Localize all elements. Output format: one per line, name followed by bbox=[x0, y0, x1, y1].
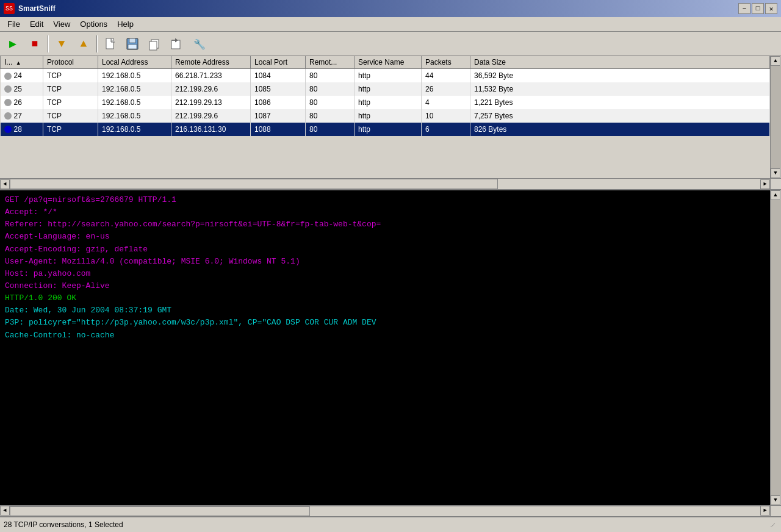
status-text: 28 TCP/IP conversations, 1 Selected bbox=[4, 520, 123, 529]
menu-file[interactable]: File bbox=[2, 18, 25, 30]
hscroll-left-btn[interactable]: ◄ bbox=[0, 179, 10, 189]
cell-remote-port: 80 bbox=[306, 82, 355, 96]
col-index[interactable]: I... ▲ bbox=[1, 56, 43, 69]
properties-button[interactable]: 🔧 bbox=[188, 34, 209, 54]
save-button[interactable] bbox=[122, 34, 143, 54]
restore-button[interactable]: □ bbox=[752, 3, 764, 14]
cell-local-port: 1087 bbox=[251, 109, 306, 123]
cell-remote-port: 80 bbox=[306, 69, 355, 82]
text-line: Accept-Language: en-us bbox=[5, 231, 765, 243]
copy-button[interactable] bbox=[144, 34, 165, 54]
svg-rect-3 bbox=[128, 45, 137, 49]
text-line: User-Agent: Mozilla/4.0 (compatible; MSI… bbox=[5, 256, 765, 268]
cell-packets: 6 bbox=[422, 123, 470, 136]
cell-index: 28 bbox=[1, 123, 43, 136]
close-button[interactable]: ✕ bbox=[765, 3, 777, 14]
title-controls: − □ ✕ bbox=[738, 3, 777, 14]
col-service[interactable]: Service Name bbox=[355, 56, 422, 69]
connections-table: I... ▲ Protocol Local Address Remote Add… bbox=[0, 56, 770, 136]
vscroll-up-btn[interactable]: ▲ bbox=[771, 56, 780, 66]
menu-help[interactable]: Help bbox=[112, 18, 139, 30]
cell-local-port: 1085 bbox=[251, 82, 306, 96]
cell-protocol: TCP bbox=[43, 123, 98, 136]
minimize-button[interactable]: − bbox=[738, 3, 750, 14]
text-line: Host: pa.yahoo.com bbox=[5, 268, 765, 280]
vscroll-track bbox=[771, 66, 781, 168]
col-local-addr[interactable]: Local Address bbox=[98, 56, 171, 69]
col-local-port[interactable]: Local Port bbox=[251, 56, 306, 69]
cell-service: http bbox=[355, 69, 422, 82]
text-hscroll-track bbox=[10, 506, 760, 516]
cell-service: http bbox=[355, 123, 422, 136]
cell-index: 27 bbox=[1, 109, 43, 123]
text-vscroll-down-btn[interactable]: ▼ bbox=[771, 495, 780, 505]
cell-packets: 44 bbox=[422, 69, 470, 82]
menu-view[interactable]: View bbox=[48, 18, 75, 30]
svg-text:🔧: 🔧 bbox=[193, 38, 205, 51]
text-hscroll-corner bbox=[770, 506, 781, 516]
resize-grip[interactable]: ⟋ bbox=[769, 520, 777, 530]
text-line: Referer: http://search.yahoo.com/search?… bbox=[5, 218, 765, 231]
menu-options[interactable]: Options bbox=[75, 18, 112, 30]
text-hscroll-left-btn[interactable]: ◄ bbox=[0, 506, 10, 516]
stop-button[interactable]: ■ bbox=[24, 34, 45, 54]
table-hscroll[interactable]: ◄ ► bbox=[0, 178, 781, 189]
text-inner: GET /pa?q=nirsoft&s=2766679 HTTP/1.1Acce… bbox=[0, 190, 781, 505]
table-row[interactable]: 24 TCP 192.168.0.5 66.218.71.233 1084 80… bbox=[1, 69, 770, 82]
text-line: HTTP/1.0 200 OK bbox=[5, 292, 765, 304]
filter-down-button[interactable]: ▼ bbox=[51, 34, 72, 54]
cell-datasize: 826 Bytes bbox=[470, 123, 770, 136]
col-remote-addr[interactable]: Remote Address bbox=[171, 56, 251, 69]
table-vscroll[interactable]: ▲ ▼ bbox=[770, 56, 781, 178]
vscroll-down-btn[interactable]: ▼ bbox=[771, 168, 780, 178]
table-area: I... ▲ Protocol Local Address Remote Add… bbox=[0, 56, 781, 190]
cell-remote-addr: 66.218.71.233 bbox=[171, 69, 251, 82]
hscroll-right-btn[interactable]: ► bbox=[760, 179, 770, 189]
text-hscroll[interactable]: ◄ ► bbox=[0, 505, 781, 516]
table-row[interactable]: 25 TCP 192.168.0.5 212.199.29.6 1085 80 … bbox=[1, 82, 770, 96]
menu-edit[interactable]: Edit bbox=[25, 18, 48, 30]
text-vscroll[interactable]: ▲ ▼ bbox=[770, 190, 781, 505]
cell-remote-addr: 216.136.131.30 bbox=[171, 123, 251, 136]
cell-index: 26 bbox=[1, 96, 43, 109]
hscroll-thumb[interactable] bbox=[10, 179, 498, 189]
cell-packets: 10 bbox=[422, 109, 470, 123]
filter-up-button[interactable]: ▲ bbox=[73, 34, 94, 54]
cell-index: 25 bbox=[1, 82, 43, 96]
export-button[interactable] bbox=[166, 34, 187, 54]
text-line: P3P: policyref="http://p3p.yahoo.com/w3c… bbox=[5, 317, 765, 329]
table-row[interactable]: 27 TCP 192.168.0.5 212.199.29.6 1087 80 … bbox=[1, 109, 770, 123]
cell-remote-port: 80 bbox=[306, 109, 355, 123]
svg-rect-2 bbox=[129, 38, 135, 43]
cell-protocol: TCP bbox=[43, 82, 98, 96]
cell-protocol: TCP bbox=[43, 69, 98, 82]
text-content-area: GET /pa?q=nirsoft&s=2766679 HTTP/1.1Acce… bbox=[0, 190, 781, 516]
text-vscroll-track bbox=[771, 200, 781, 495]
cell-datasize: 36,592 Byte bbox=[470, 69, 770, 82]
start-button[interactable]: ▶ bbox=[2, 34, 23, 54]
cell-protocol: TCP bbox=[43, 96, 98, 109]
status-bar: 28 TCP/IP conversations, 1 Selected ⟋ bbox=[0, 516, 781, 532]
col-protocol[interactable]: Protocol bbox=[43, 56, 98, 69]
col-datasize[interactable]: Data Size bbox=[470, 56, 770, 69]
cell-local-addr: 192.168.0.5 bbox=[98, 109, 171, 123]
table-row[interactable]: 28 TCP 192.168.0.5 216.136.131.30 1088 8… bbox=[1, 123, 770, 136]
col-packets[interactable]: Packets bbox=[422, 56, 470, 69]
cell-remote-addr: 212.199.29.6 bbox=[171, 82, 251, 96]
text-hscroll-thumb[interactable] bbox=[10, 506, 310, 516]
text-line: Cache-Control: no-cache bbox=[5, 329, 765, 342]
cell-service: http bbox=[355, 109, 422, 123]
col-remote-port[interactable]: Remot... bbox=[306, 56, 355, 69]
text-hscroll-right-btn[interactable]: ► bbox=[760, 506, 770, 516]
cell-local-port: 1086 bbox=[251, 96, 306, 109]
cell-packets: 26 bbox=[422, 82, 470, 96]
text-vscroll-up-btn[interactable]: ▲ bbox=[771, 190, 780, 200]
cell-local-port: 1088 bbox=[251, 123, 306, 136]
table-row[interactable]: 26 TCP 192.168.0.5 212.199.29.13 1086 80… bbox=[1, 96, 770, 109]
cell-packets: 4 bbox=[422, 96, 470, 109]
cell-local-addr: 192.168.0.5 bbox=[98, 96, 171, 109]
hscroll-corner bbox=[770, 179, 781, 190]
svg-rect-5 bbox=[149, 41, 157, 50]
new-button[interactable] bbox=[100, 34, 121, 54]
cell-datasize: 1,221 Bytes bbox=[470, 96, 770, 109]
